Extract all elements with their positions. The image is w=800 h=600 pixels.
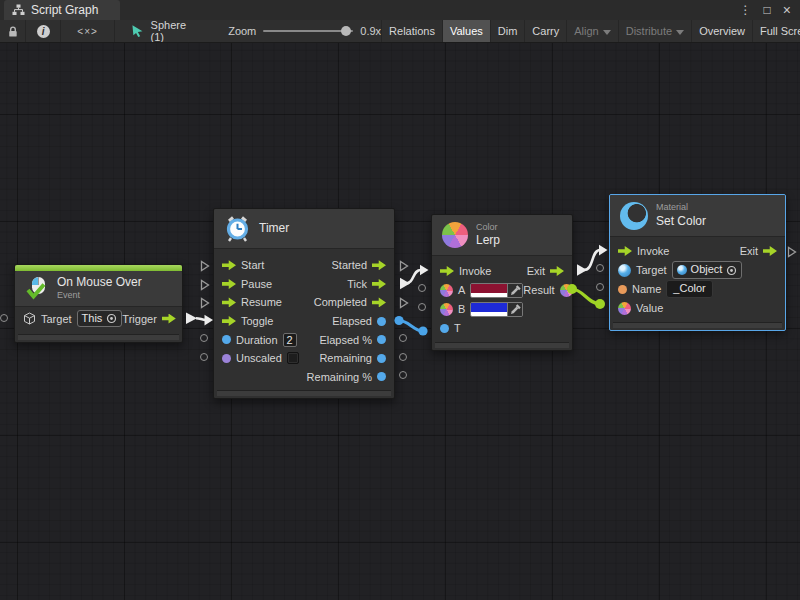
eyedropper-icon[interactable] xyxy=(507,303,522,316)
port-result[interactable]: Result xyxy=(523,284,572,297)
target-value-chip[interactable]: This xyxy=(77,310,123,327)
port-trigger[interactable]: Trigger xyxy=(122,313,175,325)
graph-pointer-icon xyxy=(131,24,144,38)
carry-button[interactable]: Carry xyxy=(524,20,566,42)
port-remaining-outer[interactable] xyxy=(399,353,407,361)
port-resume-outer[interactable] xyxy=(200,295,210,313)
eyedropper-icon[interactable] xyxy=(507,284,522,297)
info-button[interactable]: i xyxy=(26,20,61,42)
node-subtitle: Event xyxy=(57,290,142,302)
port-remaining[interactable]: Remaining xyxy=(319,352,386,364)
port-started-outer[interactable] xyxy=(399,258,409,276)
object-picker-icon[interactable] xyxy=(726,265,737,276)
port-elapsed[interactable]: Elapsed xyxy=(332,315,386,327)
value-port-icon xyxy=(377,372,386,381)
port-remaining-pct-outer[interactable] xyxy=(399,371,407,379)
close-icon[interactable]: × xyxy=(783,3,791,17)
color-wheel-icon xyxy=(442,222,468,248)
port-start-outer[interactable] xyxy=(200,258,210,276)
graph-canvas[interactable]: On Mouse Over Event Target This Trigger xyxy=(0,43,800,600)
flow-arrow-icon xyxy=(763,246,777,256)
port-exit[interactable]: Exit xyxy=(527,265,564,277)
port-remaining-pct[interactable]: Remaining % xyxy=(307,371,386,383)
port-a-outer[interactable] xyxy=(418,284,426,292)
port-name[interactable]: Name _Color xyxy=(618,280,713,297)
node-timer[interactable]: Timer Start Started Pause Tick Resume Co… xyxy=(213,208,395,399)
port-duration[interactable]: Duration2 xyxy=(222,333,297,347)
node-header[interactable]: Timer xyxy=(214,209,394,249)
port-exit-outer[interactable] xyxy=(787,244,797,262)
name-input[interactable]: _Color xyxy=(666,280,712,297)
unscaled-checkbox[interactable] xyxy=(287,352,299,364)
overview-button[interactable]: Overview xyxy=(691,20,752,42)
color-a-field[interactable] xyxy=(470,283,523,298)
port-exit[interactable]: Exit xyxy=(740,245,777,257)
distribute-dropdown[interactable]: Distribute xyxy=(618,20,691,42)
node-title: Timer xyxy=(259,221,289,236)
flow-arrow-icon xyxy=(222,316,236,326)
align-dropdown[interactable]: Align xyxy=(566,20,617,42)
flow-arrow-icon xyxy=(162,314,176,324)
maximize-icon[interactable]: □ xyxy=(764,4,771,16)
value-port-icon xyxy=(618,285,627,294)
mouse-over-icon xyxy=(25,276,49,301)
relations-button[interactable]: Relations xyxy=(381,20,442,42)
port-unscaled[interactable]: Unscaled xyxy=(222,352,299,364)
value-port-icon xyxy=(222,354,231,363)
port-completed[interactable]: Completed xyxy=(314,296,386,308)
target-object-chip[interactable]: Object xyxy=(672,261,743,278)
chevron-down-icon xyxy=(676,30,684,35)
port-completed-outer[interactable] xyxy=(399,295,409,313)
port-elapsed-pct-outer[interactable] xyxy=(399,334,407,342)
port-started[interactable]: Started xyxy=(332,259,386,271)
port-resume[interactable]: Resume xyxy=(222,296,282,308)
zoom-slider[interactable] xyxy=(263,30,353,32)
port-elapsed-pct[interactable]: Elapsed % xyxy=(319,334,386,346)
port-b-outer[interactable] xyxy=(418,303,426,311)
port-name-outer[interactable] xyxy=(596,283,604,291)
value-port-icon xyxy=(377,354,386,363)
color-b-field[interactable] xyxy=(470,302,523,317)
node-header[interactable]: Color Lerp xyxy=(432,215,572,256)
code-preview-button[interactable]: <×> xyxy=(61,20,115,42)
flow-arrow-icon xyxy=(222,297,236,307)
zoom-slider-handle[interactable] xyxy=(341,26,351,36)
port-toggle[interactable]: Toggle xyxy=(222,315,273,327)
node-set-color[interactable]: Material Set Color Invoke Exit Target Ob… xyxy=(609,194,786,331)
port-pause[interactable]: Pause xyxy=(222,278,272,290)
node-header[interactable]: Material Set Color xyxy=(610,195,785,237)
port-pause-outer[interactable] xyxy=(200,277,210,295)
port-a[interactable]: A xyxy=(440,283,523,298)
port-t[interactable]: T xyxy=(440,322,461,334)
zoom-value: 0.9x xyxy=(360,25,381,37)
port-value[interactable]: Value xyxy=(618,302,663,315)
flow-arrow-icon xyxy=(222,260,236,270)
tab-script-graph[interactable]: Script Graph xyxy=(4,0,120,20)
values-button[interactable]: Values xyxy=(442,20,490,42)
port-self-target[interactable] xyxy=(0,314,8,322)
port-unscaled-outer[interactable] xyxy=(200,353,208,361)
dim-button[interactable]: Dim xyxy=(490,20,525,42)
menu-icon[interactable]: ⋮ xyxy=(740,4,752,16)
fullscreen-button[interactable]: Full Scre xyxy=(752,20,800,42)
port-b[interactable]: B xyxy=(440,302,523,317)
port-tick[interactable]: Tick xyxy=(347,278,386,290)
port-target-outer[interactable] xyxy=(596,264,604,272)
flow-arrow-icon xyxy=(550,266,564,276)
port-target[interactable]: Target This xyxy=(23,310,122,327)
port-target[interactable]: Target Object xyxy=(618,261,742,278)
port-invoke[interactable]: Invoke xyxy=(440,265,491,277)
lock-button[interactable] xyxy=(0,20,26,42)
port-duration-outer[interactable] xyxy=(200,334,208,342)
node-footer xyxy=(18,334,179,340)
port-invoke[interactable]: Invoke xyxy=(618,245,669,257)
node-header[interactable]: On Mouse Over Event xyxy=(15,271,182,307)
node-color-lerp[interactable]: Color Lerp Invoke Exit A xyxy=(431,214,573,351)
code-icon: <×> xyxy=(77,26,98,37)
object-picker-icon[interactable] xyxy=(106,313,117,324)
duration-input[interactable]: 2 xyxy=(283,333,297,347)
node-on-mouse-over[interactable]: On Mouse Over Event Target This Trigger xyxy=(14,264,183,343)
flow-arrow-icon xyxy=(222,279,236,289)
port-start[interactable]: Start xyxy=(222,259,264,271)
material-port-icon xyxy=(618,264,631,277)
